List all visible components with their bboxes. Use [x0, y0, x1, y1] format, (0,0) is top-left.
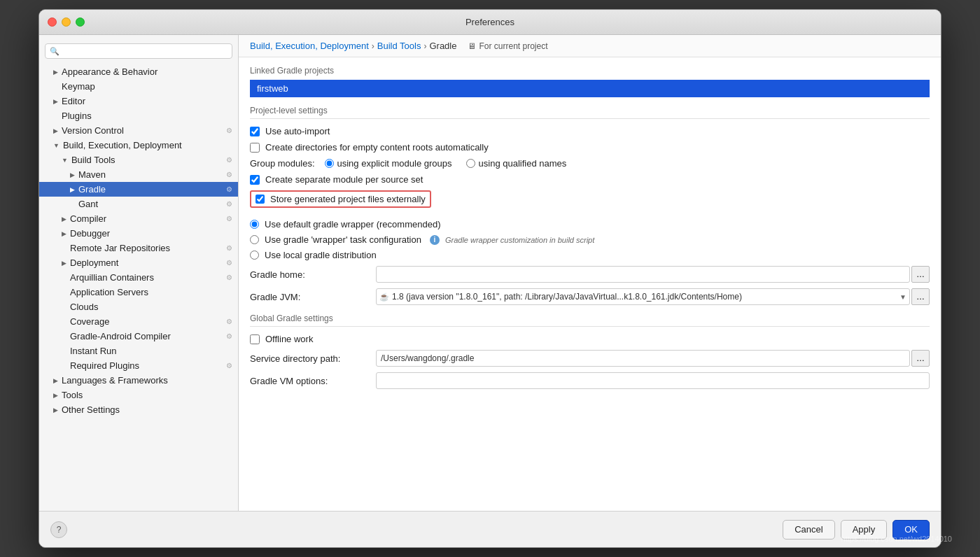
sidebar-item-arquillian[interactable]: ▶ Arquillian Containers ⚙ [39, 270, 238, 285]
create-separate-module-row: Create separate module per source set [250, 174, 930, 185]
gradle-home-browse-button[interactable]: … [911, 266, 930, 283]
global-gradle-label: Global Gradle settings [250, 313, 930, 327]
minimize-button[interactable] [62, 17, 71, 27]
sidebar-item-application-servers[interactable]: ▶ Application Servers [39, 285, 238, 299]
info-text: Gradle wrapper customization in build sc… [445, 236, 594, 244]
sidebar-item-debugger[interactable]: ▶ Debugger [39, 226, 238, 241]
create-dirs-row: Create directories for empty content roo… [250, 142, 930, 153]
settings-icon: ⚙ [226, 362, 232, 369]
gradle-jvm-value: 1.8 (java version "1.8.0_161", path: /Li… [392, 292, 899, 302]
sidebar-item-tools[interactable]: ▶ Tools [39, 388, 238, 402]
gradle-home-input[interactable] [376, 266, 910, 283]
project-icon: 🖥 [468, 41, 476, 51]
arrow-icon: ▶ [53, 69, 58, 76]
search-input[interactable] [62, 46, 227, 56]
maximize-button[interactable] [76, 17, 85, 27]
search-box[interactable]: 🔍 [45, 43, 232, 59]
group-modules-label: Group modules: [250, 158, 315, 169]
store-generated-label: Store generated project files externally [270, 194, 426, 204]
gradle-vm-input[interactable] [376, 372, 930, 389]
for-project-label: 🖥 For current project [468, 41, 547, 51]
service-dir-browse-button[interactable]: … [911, 350, 930, 367]
settings-icon: ⚙ [226, 185, 232, 193]
window-controls [48, 17, 85, 27]
create-separate-label: Create separate module per source set [265, 174, 423, 185]
sidebar-item-compiler[interactable]: ▶ Compiler ⚙ [39, 211, 238, 226]
breadcrumb-build-tools[interactable]: Build Tools [377, 41, 421, 51]
sidebar-item-gradle-android[interactable]: ▶ Gradle-Android Compiler ⚙ [39, 329, 238, 344]
store-generated-row: Store generated project files externally [250, 190, 431, 208]
settings-icon: ⚙ [226, 200, 232, 208]
cancel-button[interactable]: Cancel [783, 520, 834, 540]
wrapper-task-label: Use gradle 'wrapper' task configuration [265, 234, 421, 245]
auto-import-label: Use auto-import [265, 126, 330, 136]
gradle-jvm-row: Gradle JVM: ☕ 1.8 (java version "1.8.0_1… [250, 288, 930, 305]
preferences-window: Preferences 🔍 ▶ Appearance & Behavior ▶ … [38, 9, 941, 548]
sidebar-item-coverage[interactable]: ▶ Coverage ⚙ [39, 314, 238, 329]
explicit-groups-radio[interactable] [325, 159, 334, 168]
gradle-home-label: Gradle home: [250, 269, 376, 280]
settings-icon: ⚙ [226, 171, 232, 178]
project-list: firstweb [250, 80, 930, 97]
arrow-icon: ▶ [62, 260, 66, 267]
default-wrapper-radio[interactable] [250, 220, 259, 229]
breadcrumb: Build, Execution, Deployment › Build Too… [239, 35, 941, 57]
content-area: Linked Gradle projects firstweb Project-… [239, 57, 941, 511]
offline-work-label: Offline work [265, 334, 313, 344]
create-dirs-checkbox[interactable] [250, 143, 260, 153]
settings-icon: ⚙ [226, 215, 232, 223]
create-separate-checkbox[interactable] [250, 175, 260, 185]
sidebar-item-editor[interactable]: ▶ Editor [39, 94, 238, 108]
store-generated-checkbox[interactable] [255, 195, 265, 204]
breadcrumb-build-exec[interactable]: Build, Execution, Deployment [250, 41, 369, 51]
wrapper-task-radio[interactable] [250, 235, 259, 244]
breadcrumb-sep-1: › [372, 41, 374, 51]
arrow-icon: ▶ [62, 230, 66, 237]
sidebar-item-languages-frameworks[interactable]: ▶ Languages & Frameworks [39, 373, 238, 388]
help-button[interactable]: ? [50, 521, 67, 538]
offline-work-row: Offline work [250, 334, 930, 344]
arrow-icon: ▶ [53, 127, 58, 134]
content-panel: Build, Execution, Deployment › Build Too… [239, 35, 941, 511]
service-dir-row: Service directory path: … [250, 350, 930, 367]
sidebar-item-maven[interactable]: ▶ Maven ⚙ [39, 167, 238, 182]
sidebar-item-build-exec-deploy[interactable]: ▼ Build, Execution, Deployment [39, 138, 238, 153]
sidebar-item-version-control[interactable]: ▶ Version Control ⚙ [39, 123, 238, 138]
service-dir-input[interactable] [376, 350, 910, 367]
close-button[interactable] [48, 17, 57, 27]
gradle-jvm-select[interactable]: ☕ 1.8 (java version "1.8.0_161", path: /… [376, 288, 910, 305]
sidebar-item-required-plugins[interactable]: ▶ Required Plugins ⚙ [39, 358, 238, 373]
sidebar-item-keymap[interactable]: ▶ Keymap [39, 79, 238, 94]
sidebar-item-deployment[interactable]: ▶ Deployment ⚙ [39, 255, 238, 270]
offline-work-checkbox[interactable] [250, 334, 260, 344]
sidebar-item-other-settings[interactable]: ▶ Other Settings [39, 402, 238, 417]
sidebar-item-plugins[interactable]: ▶ Plugins [39, 108, 238, 123]
sidebar-item-gant[interactable]: ▶ Gant ⚙ [39, 197, 238, 211]
qualified-names-radio[interactable] [466, 159, 475, 168]
qualified-names-label: using qualified names [479, 158, 567, 169]
dropdown-arrow-icon: ▼ [899, 293, 906, 301]
arrow-icon: ▶ [53, 392, 58, 399]
gradle-jvm-browse-button[interactable]: … [911, 288, 930, 305]
search-icon: 🔍 [50, 47, 59, 56]
gradle-vm-row: Gradle VM options: [250, 372, 930, 389]
sidebar-item-remote-jar[interactable]: ▶ Remote Jar Repositories ⚙ [39, 241, 238, 255]
arrow-icon: ▼ [62, 157, 68, 164]
group-modules-explicit-option: using explicit module groups [325, 158, 452, 169]
gradle-wrapper-task-row: Use gradle 'wrapper' task configuration … [250, 234, 930, 245]
sidebar-item-instant-run[interactable]: ▶ Instant Run [39, 344, 238, 358]
sidebar-item-gradle[interactable]: ▶ Gradle ⚙ [39, 182, 238, 197]
sidebar-item-appearance-behavior[interactable]: ▶ Appearance & Behavior [39, 64, 238, 79]
local-dist-radio[interactable] [250, 251, 259, 260]
main-layout: 🔍 ▶ Appearance & Behavior ▶ Keymap ▶ Edi… [39, 35, 941, 511]
settings-icon: ⚙ [226, 332, 232, 340]
settings-icon: ⚙ [226, 244, 232, 252]
explicit-groups-label: using explicit module groups [337, 158, 452, 169]
sidebar-item-build-tools[interactable]: ▼ Build Tools ⚙ [39, 153, 238, 167]
project-item-firstweb[interactable]: firstweb [250, 80, 930, 97]
arrow-icon: ▶ [70, 171, 75, 178]
auto-import-checkbox[interactable] [250, 127, 260, 136]
arrow-icon: ▶ [70, 186, 75, 193]
sidebar-item-clouds[interactable]: ▶ Clouds [39, 299, 238, 314]
sidebar: 🔍 ▶ Appearance & Behavior ▶ Keymap ▶ Edi… [39, 35, 239, 511]
